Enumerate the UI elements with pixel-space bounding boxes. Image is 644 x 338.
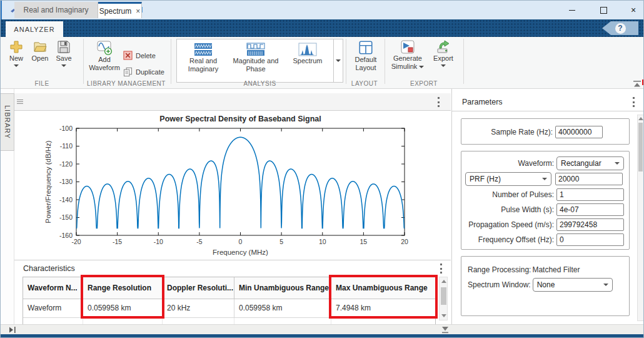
propagation-speed-input[interactable] xyxy=(556,218,624,231)
svg-text:-5: -5 xyxy=(196,238,202,245)
prf-input[interactable] xyxy=(555,173,623,185)
column-header[interactable]: Doppler Resoluti... xyxy=(163,277,234,299)
number-of-pulses-input[interactable] xyxy=(556,188,624,201)
ribbon-toolbar: New Open Save FILE Add Waveform Delete D… xyxy=(1,37,644,89)
real-imaginary-icon xyxy=(193,42,213,57)
add-waveform-button[interactable]: Add Waveform xyxy=(87,39,122,72)
delete-button[interactable]: Delete xyxy=(123,51,156,60)
close-tab-icon[interactable]: × xyxy=(136,7,140,16)
table-cell: Waveform xyxy=(23,299,83,318)
column-header[interactable]: Range Resolution xyxy=(83,277,163,299)
svg-text:-130: -130 xyxy=(59,178,73,185)
svg-text:10: 10 xyxy=(319,238,326,245)
tab-grip-icon[interactable] xyxy=(17,97,23,106)
real-and-imaginary-button[interactable]: Real and Imaginary xyxy=(177,39,229,82)
spectrum-window-dropdown[interactable]: None xyxy=(533,278,613,292)
spectrum-plot-panel: -20-15-10-505101520-100-110-120-130-140-… xyxy=(14,111,451,260)
table-cell: 7.4948 km xyxy=(331,299,435,318)
scroll-down-icon[interactable] xyxy=(441,314,446,317)
window-frame-bottom xyxy=(1,334,644,338)
table-scrollbar[interactable] xyxy=(439,277,448,320)
sample-rate-input[interactable] xyxy=(555,126,603,138)
maximize-button[interactable] xyxy=(591,1,616,19)
section-divider xyxy=(171,39,171,84)
parameters-menu-icon[interactable] xyxy=(632,97,635,107)
ribbon-tab-strip: ANALYZER ? xyxy=(1,19,644,37)
range-processing-label: Range Processing: xyxy=(468,265,531,274)
analysis-gallery-dropdown[interactable] xyxy=(334,39,343,83)
help-button[interactable]: ? xyxy=(602,21,638,35)
save-button[interactable]: Save xyxy=(53,39,74,67)
svg-text:5: 5 xyxy=(279,238,283,245)
scrollbar-thumb[interactable] xyxy=(638,123,643,172)
collapse-panel-icon[interactable] xyxy=(440,326,450,334)
section-divider xyxy=(385,39,385,84)
svg-text:-120: -120 xyxy=(59,160,73,168)
psd-plot-canvas[interactable]: -20-15-10-505101520-100-110-120-130-140-… xyxy=(14,111,451,260)
characteristics-header: Characteristics xyxy=(14,260,451,276)
scrollbar-thumb[interactable] xyxy=(441,287,446,305)
collapse-ribbon-icon[interactable] xyxy=(632,80,642,88)
open-button[interactable]: Open xyxy=(29,39,51,63)
tab-bar-menu-icon[interactable] xyxy=(437,97,440,107)
dropdown-caret-icon xyxy=(441,64,446,67)
status-bar xyxy=(1,324,644,334)
scroll-up-icon[interactable] xyxy=(441,280,446,283)
close-button[interactable]: × xyxy=(621,1,644,19)
section-label-export: EXPORT xyxy=(385,80,463,87)
parameters-scrollbar[interactable] xyxy=(637,115,644,321)
spectrum-button[interactable]: Spectrum xyxy=(282,39,333,82)
range-processing-value: Matched Filter xyxy=(532,265,580,274)
waveform-dropdown[interactable]: Rectangular xyxy=(556,156,624,170)
svg-text:-140: -140 xyxy=(59,196,73,203)
number-of-pulses-label: Number of Pulses: xyxy=(465,190,556,199)
svg-text:-10: -10 xyxy=(154,238,163,245)
spectrum-window-label: Spectrum Window: xyxy=(468,280,531,289)
table-cell: 20 kHz xyxy=(163,299,234,318)
tab-real-and-imaginary[interactable]: Real and Imaginary xyxy=(14,2,98,18)
svg-text:Power Spectral Density of Base: Power Spectral Density of Baseband Signa… xyxy=(159,115,321,123)
new-button[interactable]: New xyxy=(6,39,27,67)
magnitude-phase-icon xyxy=(246,42,266,57)
open-folder-icon xyxy=(33,39,48,54)
svg-text:Frequency (MHz): Frequency (MHz) xyxy=(213,248,268,256)
expand-panel-icon[interactable] xyxy=(8,326,17,334)
add-waveform-icon xyxy=(96,39,113,56)
dropdown-caret-icon xyxy=(419,66,424,68)
generate-simulink-icon xyxy=(400,39,415,54)
dropdown-caret-icon xyxy=(603,284,608,286)
scroll-up-icon[interactable] xyxy=(638,117,643,120)
section-divider xyxy=(463,39,464,84)
document-tab-bar xyxy=(14,93,451,111)
magnitude-and-phase-button[interactable]: Magnitude and Phase xyxy=(229,39,282,82)
section-divider xyxy=(83,39,84,84)
column-header[interactable]: Min Unambiguous Range xyxy=(234,277,331,299)
pulse-width-input[interactable] xyxy=(556,203,624,216)
tab-analyzer[interactable]: ANALYZER xyxy=(6,21,63,37)
minimize-icon xyxy=(569,10,575,11)
maximize-icon xyxy=(600,7,607,14)
parameters-panel: Sample Rate (Hz): Waveform: Rectangular … xyxy=(452,112,644,324)
minimize-button[interactable] xyxy=(560,1,585,19)
svg-text:-110: -110 xyxy=(60,142,73,150)
section-divider xyxy=(346,39,346,84)
waveform-label: Waveform: xyxy=(465,159,556,168)
frequency-offset-input[interactable] xyxy=(556,233,624,246)
generate-simulink-button[interactable]: Generate Simulink xyxy=(388,39,427,71)
characteristics-menu-icon[interactable] xyxy=(440,264,442,274)
prf-dropdown[interactable]: PRF (Hz) xyxy=(465,172,551,186)
export-button[interactable]: Export xyxy=(430,39,457,67)
tab-spectrum[interactable]: Spectrum× xyxy=(98,2,142,18)
parameters-header: Parameters xyxy=(452,93,644,111)
sidebar-tab-library[interactable]: LIBRARY xyxy=(1,93,14,151)
svg-text:-20: -20 xyxy=(71,238,81,245)
column-header[interactable]: Max Unambiguous Range xyxy=(331,277,435,299)
dropdown-caret-icon xyxy=(615,162,620,165)
duplicate-button[interactable]: Duplicate xyxy=(123,67,164,76)
sample-rate-group: Sample Rate (Hz): xyxy=(461,118,630,145)
svg-text:-100: -100 xyxy=(59,125,73,132)
column-header[interactable]: Waveform N... xyxy=(23,277,83,299)
dropdown-caret-icon xyxy=(336,59,341,62)
default-layout-button[interactable]: Default Layout xyxy=(350,39,382,72)
dropdown-caret-icon xyxy=(542,178,547,180)
